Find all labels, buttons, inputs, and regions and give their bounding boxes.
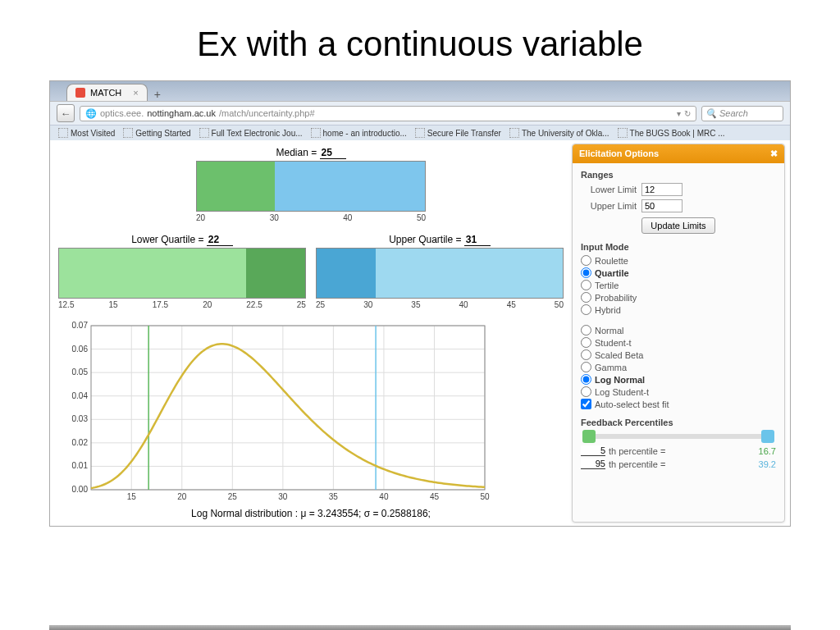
tab-title: MATCH [90,88,121,98]
dist-type-radio[interactable] [581,325,591,336]
dist-type-radio[interactable] [581,386,591,397]
bookmark-item[interactable]: Getting Started [123,128,190,138]
pct1-input[interactable] [581,445,605,456]
input-mode-radio[interactable] [581,267,591,278]
svg-text:15: 15 [127,492,137,501]
panel-header: Elicitation Options ✖ [573,144,784,163]
input-mode-radio[interactable] [581,292,591,303]
dist-type-label: Log Normal [595,375,645,385]
svg-text:0.05: 0.05 [72,368,89,377]
input-mode-label: Tertile [595,281,619,290]
tab-strip: MATCH × + [50,81,790,101]
bookmark-item[interactable]: The University of Okla... [509,128,609,138]
lower-limit-input[interactable] [641,183,682,196]
svg-text:0.07: 0.07 [72,321,89,330]
ranges-title: Ranges [581,170,776,180]
upper-q-label: Upper Quartile = [389,234,461,245]
input-mode-label: Roulette [595,256,628,266]
svg-text:35: 35 [329,492,339,501]
median-bar[interactable] [196,161,426,212]
bookmark-icon [123,128,133,138]
update-limits-button[interactable]: Update Limits [641,217,714,234]
percentile-slider[interactable] [582,434,774,439]
svg-text:50: 50 [480,492,490,501]
lower-q-label: Lower Quartile = [131,234,203,245]
close-icon[interactable]: ✖ [770,148,778,159]
svg-text:25: 25 [228,492,238,501]
median-axis: 20304050 [196,213,426,222]
page-content: Median = 20304050 Lower Quartile = 12.51… [50,140,790,526]
dist-type-radio[interactable] [581,362,591,372]
lower-q-bar[interactable] [58,248,306,299]
svg-text:0.04: 0.04 [72,391,89,400]
bookmark-item[interactable]: The BUGS Book | MRC ... [618,128,725,138]
reload-icon[interactable]: ↻ [684,109,691,118]
dist-type-label: Gamma [595,363,627,372]
upper-limit-input[interactable] [641,199,682,212]
input-mode-radio[interactable] [581,304,591,315]
bookmark-item[interactable]: Most Visited [58,128,115,138]
auto-fit-checkbox[interactable] [581,399,591,409]
bookmark-item[interactable]: Full Text Electronic Jou... [199,128,303,138]
close-icon[interactable]: × [133,88,138,98]
url-host: nottingham.ac.uk [147,108,216,118]
new-tab-button[interactable]: + [154,88,161,101]
dist-type-radio[interactable] [581,374,591,385]
url-path: /match/uncertainty.php# [219,108,315,118]
median-label: Median = [276,147,317,158]
input-mode-radio[interactable] [581,280,591,290]
feedback-title: Feedback Percentiles [581,418,776,427]
svg-text:20: 20 [177,492,187,501]
density-svg: 15202530354045500.000.010.020.030.040.05… [58,317,493,506]
upper-q-input[interactable] [464,234,491,246]
pct-label-1: th percentile = [609,446,665,456]
dist-type-label: Student-t [595,338,632,348]
bookmark-icon [199,128,209,138]
back-button[interactable]: ← [57,104,75,122]
url-prefix: optics.eee. [100,108,144,118]
upper-q-bar[interactable] [316,248,564,299]
median-input[interactable] [320,147,346,159]
lower-q-input[interactable] [207,234,233,246]
slider-thumb-upper[interactable] [761,430,774,443]
input-mode-radio[interactable] [581,255,591,266]
auto-fit-label: Auto-select best fit [595,399,669,409]
elicitation-panel: Elicitation Options ✖ Ranges Lower Limit… [572,144,785,523]
density-plot: 15202530354045500.000.010.020.030.040.05… [58,317,564,519]
search-input[interactable]: 🔍 Search [701,106,783,121]
browser-window: MATCH × + ← 🌐 optics.eee.nottingham.ac.u… [49,80,791,527]
visualization-area: Median = 20304050 Lower Quartile = 12.51… [50,140,572,526]
upper-limit-label: Upper Limit [581,201,637,211]
panel-title: Elicitation Options [579,148,659,159]
pct2-input[interactable] [581,459,605,469]
upper-q-axis: 253035404550 [316,300,564,309]
svg-text:40: 40 [379,492,389,501]
pct2-value: 39.2 [759,459,776,469]
url-input[interactable]: 🌐 optics.eee.nottingham.ac.uk/match/unce… [80,106,696,121]
pct1-value: 16.7 [759,446,776,456]
bookmark-icon [58,128,68,138]
bookmark-icon [415,128,425,138]
input-mode-title: Input Mode [581,242,776,252]
svg-text:30: 30 [278,492,288,501]
search-icon: 🔍 [705,108,717,119]
slider-thumb-lower[interactable] [582,430,596,443]
svg-text:0.00: 0.00 [72,485,89,494]
dist-type-label: Normal [595,326,623,336]
dist-type-radio[interactable] [581,349,591,360]
bookmark-item[interactable]: home - an introductio... [311,128,407,138]
input-mode-label: Probability [595,293,637,303]
median-label-row: Median = [58,147,564,159]
tab-favicon [75,88,85,98]
dropdown-icon[interactable]: ▾ [677,109,681,118]
svg-text:45: 45 [430,492,440,501]
input-mode-label: Hybrid [595,305,621,315]
globe-icon: 🌐 [85,108,97,119]
input-mode-label: Quartile [595,268,629,278]
svg-text:0.03: 0.03 [72,414,89,423]
lower-q-axis: 12.51517.52022.525 [58,300,306,309]
browser-tab[interactable]: MATCH × [66,84,148,101]
address-bar: ← 🌐 optics.eee.nottingham.ac.uk/match/un… [50,101,790,125]
dist-type-radio[interactable] [581,337,591,348]
bookmark-item[interactable]: Secure File Transfer [415,128,501,138]
